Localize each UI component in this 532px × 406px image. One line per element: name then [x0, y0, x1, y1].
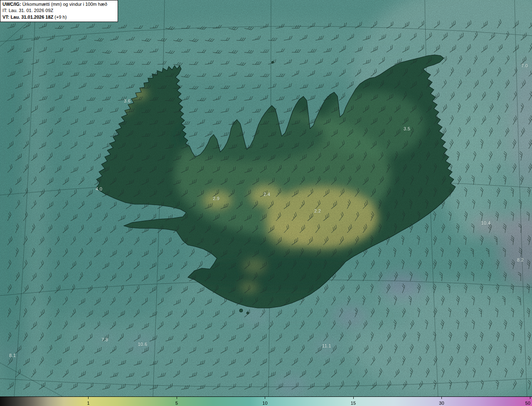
weather-map-viewer: 3.63.57.04.02.92.42.210.48.27.810.68.111…: [0, 0, 532, 406]
colorbar-tickmark: [177, 397, 177, 399]
product-title: Úrkomumætti (mm) og vindur i 100m hæð: [22, 2, 107, 7]
colorbar-tick-5: 5: [175, 401, 178, 406]
product-code: UWC/IG:: [2, 2, 21, 7]
map-canvas: [0, 0, 532, 396]
precipitation-colorbar: 1 5 10 15 30 50: [0, 396, 532, 406]
colorbar-tickmark: [441, 397, 442, 399]
colorbar-tickmark: [353, 397, 354, 399]
colorbar-tickmark: [88, 397, 89, 399]
product-title-line: UWC/IG: Úrkomumætti (mm) og vindur i 100…: [2, 1, 116, 7]
init-time-line: IT: Lau. 31. 01. 2026 09Z: [2, 7, 116, 14]
valid-time-line: VT: Lau. 31.01.2026 18Z (+9 h): [2, 14, 116, 20]
map-title-box: UWC/IG: Úrkomumætti (mm) og vindur i 100…: [0, 0, 118, 22]
colorbar-tick-30: 30: [439, 401, 444, 406]
colorbar-tick-1: 1: [87, 401, 89, 406]
valid-offset: (+9 h): [54, 15, 66, 20]
colorbar-tick-10: 10: [262, 401, 267, 406]
colorbar-tick-50: 50: [525, 401, 530, 406]
valid-time: VT: Lau. 31.01.2026 18Z: [2, 15, 53, 20]
colorbar-tickmark: [530, 397, 530, 399]
colorbar-tickmark: [265, 397, 265, 399]
colorbar-tick-15: 15: [351, 401, 356, 406]
